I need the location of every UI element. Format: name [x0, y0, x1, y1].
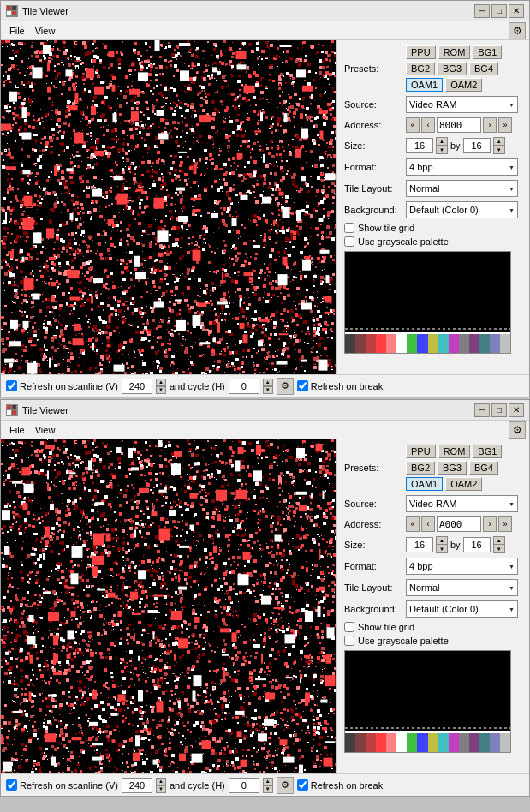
maximize-btn-2[interactable]: □: [491, 403, 507, 417]
size-width-1[interactable]: [406, 138, 433, 153]
size-height-down-1[interactable]: ▼: [494, 146, 504, 153]
svg-rect-4: [7, 405, 11, 409]
size-height-up-2[interactable]: ▲: [494, 537, 504, 545]
status-gear-2[interactable]: ⚙: [277, 777, 294, 794]
refresh-break-check-1[interactable]: [297, 380, 308, 391]
by-label-2: by: [450, 540, 461, 550]
scanline-value-1[interactable]: [122, 379, 152, 394]
minimize-btn-1[interactable]: ─: [474, 4, 490, 18]
scanline-spinner-2: ▲ ▼: [156, 778, 166, 793]
addr-double-left-2[interactable]: «: [406, 516, 420, 532]
size-height-spinner-1: ▲ ▼: [493, 137, 505, 154]
source-dropdown-1[interactable]: Video RAM: [406, 96, 518, 113]
refresh-scanline-check-2[interactable]: [6, 779, 17, 791]
use-grayscale-label-2: Use grayscale palette: [358, 636, 449, 646]
preset-oam2-2[interactable]: OAM2: [445, 477, 482, 491]
source-dropdown-2[interactable]: Video RAM: [406, 495, 518, 512]
addr-right-2[interactable]: ›: [483, 516, 497, 532]
size-height-2[interactable]: [463, 537, 491, 552]
preset-bg3-2[interactable]: BG3: [438, 461, 467, 475]
show-tile-grid-row-1: Show tile grid: [344, 223, 518, 233]
menu-file-2[interactable]: File: [4, 423, 30, 437]
cycle-up-1[interactable]: ▲: [263, 379, 273, 386]
menu-view-1[interactable]: View: [30, 24, 61, 38]
refresh-scanline-check-1[interactable]: [6, 380, 17, 391]
size-width-2[interactable]: [406, 537, 433, 552]
preset-rom-2[interactable]: ROM: [438, 445, 471, 458]
addr-double-right-1[interactable]: »: [498, 117, 512, 133]
and-cycle-label-2: and cycle (H): [170, 780, 225, 791]
format-dropdown-1[interactable]: 4 bpp: [406, 158, 518, 176]
cycle-down-1[interactable]: ▼: [263, 386, 273, 394]
maximize-btn-1[interactable]: □: [491, 4, 507, 18]
preset-bg4-2[interactable]: BG4: [469, 461, 498, 475]
preset-oam1-1[interactable]: OAM1: [406, 78, 443, 92]
menu-file-1[interactable]: File: [4, 24, 30, 38]
refresh-break-check-2[interactable]: [297, 779, 308, 791]
addr-right-1[interactable]: ›: [483, 117, 497, 133]
addr-left-2[interactable]: ‹: [421, 516, 435, 532]
preset-bg4-1[interactable]: BG4: [469, 62, 498, 75]
size-width-down-2[interactable]: ▼: [437, 545, 447, 552]
refresh-scanline-label-1: Refresh on scanline (V): [20, 381, 118, 391]
format-dropdown-2[interactable]: 4 bpp: [406, 558, 518, 575]
cycle-down-2[interactable]: ▼: [263, 785, 273, 793]
and-cycle-label-1: and cycle (H): [170, 381, 225, 391]
scanline-up-2[interactable]: ▲: [156, 778, 166, 785]
addr-double-left-1[interactable]: «: [406, 117, 420, 133]
preset-oam1-2[interactable]: OAM1: [406, 477, 443, 491]
size-width-up-2[interactable]: ▲: [437, 537, 447, 545]
size-width-up-1[interactable]: ▲: [437, 138, 447, 146]
cycle-value-1[interactable]: [229, 379, 259, 394]
preset-oam2-1[interactable]: OAM2: [445, 78, 482, 92]
size-height-1[interactable]: [463, 138, 491, 153]
close-btn-2[interactable]: ✕: [509, 403, 524, 417]
svg-rect-0: [7, 6, 11, 10]
use-grayscale-check-1[interactable]: [344, 236, 354, 247]
use-grayscale-check-2[interactable]: [344, 636, 354, 646]
background-dropdown-1[interactable]: Default (Color 0): [406, 201, 518, 218]
tile-layout-dropdown-2[interactable]: Normal: [406, 579, 518, 596]
size-width-spinner-2: ▲ ▼: [436, 536, 448, 553]
preset-bg3-1[interactable]: BG3: [438, 62, 467, 75]
preset-bg1-1[interactable]: BG1: [473, 45, 502, 59]
background-row-1: Background: Default (Color 0): [344, 201, 518, 218]
scanline-down-1[interactable]: ▼: [156, 386, 166, 394]
preview-box-2: [344, 650, 511, 753]
source-label-1: Source:: [344, 99, 406, 110]
preset-ppu-2[interactable]: PPU: [406, 445, 436, 458]
addr-double-right-2[interactable]: »: [498, 516, 512, 532]
minimize-btn-2[interactable]: ─: [474, 403, 490, 417]
status-gear-1[interactable]: ⚙: [277, 378, 294, 395]
settings-btn-2[interactable]: ⚙: [509, 421, 526, 439]
address-input-1[interactable]: [437, 117, 481, 133]
address-input-2[interactable]: [437, 516, 481, 532]
preset-rom-1[interactable]: ROM: [438, 45, 471, 59]
scanline-down-2[interactable]: ▼: [156, 785, 166, 793]
background-dropdown-2[interactable]: Default (Color 0): [406, 600, 518, 618]
show-tile-grid-check-2[interactable]: [344, 622, 354, 632]
window-title-1: Tile Viewer: [22, 6, 474, 16]
settings-btn-1[interactable]: ⚙: [509, 22, 526, 39]
preset-bg1-2[interactable]: BG1: [473, 445, 502, 458]
addr-left-1[interactable]: ‹: [421, 117, 435, 133]
svg-rect-2: [7, 11, 11, 15]
refresh-break-wrap-2: Refresh on break: [297, 779, 383, 791]
size-height-up-1[interactable]: ▲: [494, 138, 504, 146]
cycle-value-2[interactable]: [229, 778, 259, 793]
show-tile-grid-check-1[interactable]: [344, 223, 354, 233]
show-tile-grid-label-1: Show tile grid: [358, 223, 414, 233]
preset-ppu-1[interactable]: PPU: [406, 45, 436, 59]
close-btn-1[interactable]: ✕: [509, 4, 524, 18]
scanline-value-2[interactable]: [122, 778, 152, 793]
background-label-2: Background:: [344, 604, 406, 614]
cycle-up-2[interactable]: ▲: [263, 778, 273, 785]
menu-view-2[interactable]: View: [30, 423, 61, 437]
scanline-up-1[interactable]: ▲: [156, 379, 166, 386]
cycle-spinner-1: ▲ ▼: [263, 379, 273, 394]
preset-bg2-1[interactable]: BG2: [406, 62, 435, 75]
size-height-down-2[interactable]: ▼: [494, 545, 504, 552]
tile-layout-dropdown-1[interactable]: Normal: [406, 180, 518, 197]
size-width-down-1[interactable]: ▼: [437, 146, 447, 153]
preset-bg2-2[interactable]: BG2: [406, 461, 435, 475]
